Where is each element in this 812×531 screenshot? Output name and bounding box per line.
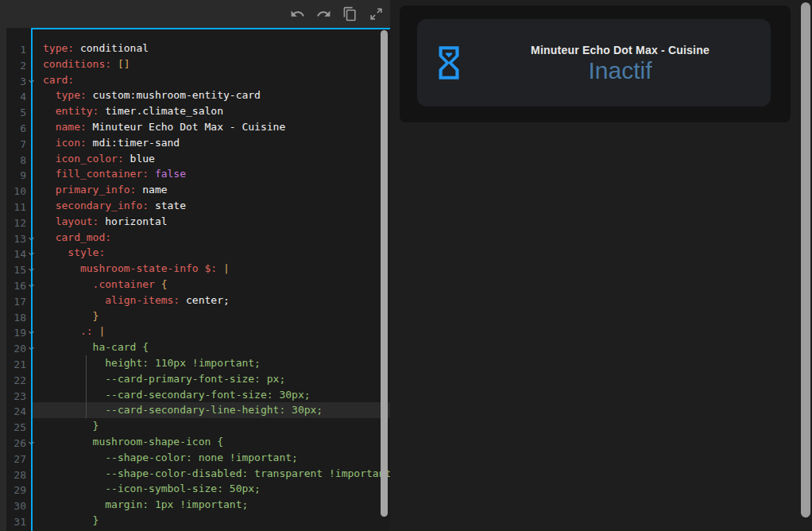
gutter-row: 2 <box>6 58 31 74</box>
card-preview-container: Minuteur Echo Dot Max - Cuisine Inactif <box>400 6 791 122</box>
fullscreen-button[interactable] <box>368 6 384 21</box>
code-line-8[interactable]: icon_color: blue <box>33 151 390 167</box>
code-token: entity: <box>43 105 99 117</box>
gutter-row: 16 <box>6 278 31 294</box>
code-token: height: 110px !important; <box>43 357 261 369</box>
code-line-10[interactable]: primary_info: name <box>33 182 390 198</box>
code-line-29[interactable]: --icon-symbol-size: 50px; <box>33 481 390 497</box>
timer-sand-icon <box>429 43 469 83</box>
code-content-area[interactable]: type: conditionalconditions: []card: typ… <box>31 28 390 531</box>
card-primary-name: Minuteur Echo Dot Max - Cuisine <box>531 44 710 56</box>
code-line-11[interactable]: secondary_info: state <box>33 198 390 214</box>
code-line-25[interactable]: } <box>33 418 390 434</box>
code-lines[interactable]: type: conditionalconditions: []card: typ… <box>33 29 390 531</box>
code-line-15[interactable]: mushroom-state-info $: | <box>33 261 390 277</box>
code-line-20[interactable]: ha-card { <box>33 339 390 355</box>
code-token: ha-card { <box>43 341 149 353</box>
code-line-14[interactable]: style: <box>33 245 390 261</box>
code-token: primary_info: <box>43 184 136 196</box>
editor-scrollbar-thumb[interactable] <box>381 30 388 517</box>
code-token: blue <box>124 153 155 165</box>
line-number: 30 <box>6 498 26 514</box>
code-editor[interactable]: 1234567891011121314151617181920212223242… <box>6 28 390 531</box>
line-number: 22 <box>6 373 26 389</box>
preview-scrollbar-thumb[interactable] <box>801 2 810 517</box>
copy-button[interactable] <box>342 6 358 21</box>
code-token: style: <box>43 246 105 258</box>
gutter-row: 26 <box>6 436 31 452</box>
line-number: 3 <box>6 74 26 90</box>
line-number: 18 <box>6 310 26 326</box>
line-number: 4 <box>6 89 26 105</box>
yaml-editor-panel: 1234567891011121314151617181920212223242… <box>0 0 390 531</box>
code-token: icon: <box>43 137 87 149</box>
line-number: 16 <box>6 278 26 294</box>
gutter-row: 20 <box>6 341 31 357</box>
gutter-row: 27 <box>6 452 31 467</box>
gutter-row: 1 <box>6 42 31 58</box>
line-number: 21 <box>6 357 26 373</box>
code-line-6[interactable]: name: Minuteur Echo Dot Max - Cuisine <box>33 119 390 135</box>
code-line-4[interactable]: type: custom:mushroom-entity-card <box>33 87 390 103</box>
gutter-row: 6 <box>6 121 31 137</box>
code-line-1[interactable]: type: conditional <box>33 41 390 56</box>
code-token: icon_color: <box>43 153 124 165</box>
card-preview-panel: Minuteur Echo Dot Max - Cuisine Inactif <box>390 0 812 531</box>
code-line-17[interactable]: align-items: center; <box>33 293 390 308</box>
code-line-13[interactable]: card_mod: <box>33 230 390 246</box>
line-number: 7 <box>6 137 26 153</box>
card-secondary-state: Inactif <box>588 59 652 83</box>
line-number: 17 <box>6 294 26 310</box>
line-number: 20 <box>6 341 26 357</box>
code-token: secondary_info: <box>43 200 149 211</box>
redo-button[interactable] <box>315 6 331 21</box>
code-line-30[interactable]: margin: 1px !important; <box>33 497 390 513</box>
card-state-info: Minuteur Echo Dot Max - Cuisine Inactif <box>470 44 771 83</box>
code-token: --card-secondary-font-size: 30px; <box>43 389 311 401</box>
gutter-row: 14 <box>6 246 31 262</box>
code-line-3[interactable]: card: <box>33 72 390 88</box>
mushroom-entity-card[interactable]: Minuteur Echo Dot Max - Cuisine Inactif <box>417 19 771 107</box>
gutter-row: 4 <box>6 89 31 105</box>
code-token: | <box>217 262 230 274</box>
gutter-row: 11 <box>6 200 31 215</box>
line-number: 23 <box>6 389 26 405</box>
code-line-9[interactable]: fill_container: false <box>33 166 390 182</box>
code-token: conditions: <box>43 58 111 70</box>
gutter-row: 22 <box>6 373 31 389</box>
line-number: 19 <box>6 325 26 341</box>
code-token: { <box>155 278 168 290</box>
code-line-2[interactable]: conditions: [] <box>33 56 390 72</box>
code-line-31[interactable]: } <box>33 513 390 529</box>
code-token: --shape-color-disabled: transparent !imp… <box>43 467 390 479</box>
code-line-27[interactable]: --shape-color: none !important; <box>33 450 390 466</box>
code-token: --icon-symbol-size: 50px; <box>43 483 261 494</box>
gutter-row: 23 <box>6 389 31 405</box>
code-line-12[interactable]: layout: horizontal <box>33 214 390 230</box>
code-line-19[interactable]: .: | <box>33 324 390 339</box>
gutter-row: 5 <box>6 105 31 121</box>
gutter-row: 31 <box>6 514 31 530</box>
gutter-row: 25 <box>6 420 31 436</box>
code-line-7[interactable]: icon: mdi:timer-sand <box>33 135 390 151</box>
code-token: } <box>43 420 99 432</box>
code-token: type: <box>43 42 74 54</box>
code-token: layout: <box>43 215 99 227</box>
fullscreen-expand-icon <box>369 6 384 21</box>
code-token: align-items: <box>43 294 180 306</box>
undo-button[interactable] <box>289 6 305 21</box>
code-token: mushroom-state-info $: <box>43 262 217 274</box>
code-line-26[interactable]: mushroom-shape-icon { <box>33 434 390 450</box>
gutter-row: 8 <box>6 153 31 169</box>
gutter-row: 21 <box>6 357 31 373</box>
line-number: 5 <box>6 105 26 121</box>
code-line-28[interactable]: --shape-color-disabled: transparent !imp… <box>33 466 390 482</box>
code-line-18[interactable]: } <box>33 308 390 324</box>
line-number: 2 <box>6 58 26 74</box>
code-line-5[interactable]: entity: timer.climate_salon <box>33 103 390 119</box>
gutter-row: 17 <box>6 294 31 310</box>
code-token: margin: 1px !important; <box>43 498 248 510</box>
code-line-16[interactable]: .container { <box>33 277 390 293</box>
line-number: 8 <box>6 153 26 169</box>
line-number: 29 <box>6 483 26 498</box>
